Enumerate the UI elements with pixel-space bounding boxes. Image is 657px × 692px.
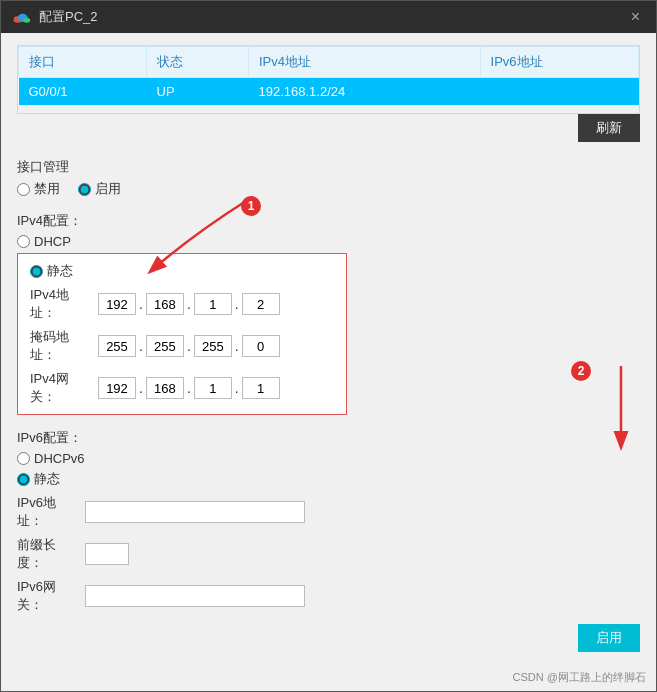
ipv4-octet-1[interactable] <box>98 293 136 315</box>
gw-octet-2[interactable] <box>146 377 184 399</box>
mask-row: 掩码地址： . . . <box>30 328 334 364</box>
dot9: . <box>234 380 240 396</box>
ipv4-octet-2[interactable] <box>146 293 184 315</box>
ipv6-static-radio[interactable] <box>17 473 30 486</box>
dot6: . <box>234 338 240 354</box>
cell-ipv4-addr: 192.168.1.2/24 <box>249 78 481 106</box>
ipv4-type-group: DHCP <box>17 234 640 249</box>
col-status: 状态 <box>147 47 249 78</box>
static-box: 静态 IPv4地址： . . . 掩码地址： <box>17 253 347 415</box>
interface-table-wrapper: 接口 状态 IPv4地址 IPv6地址 G0/0/1 UP 192.168.1.… <box>17 45 640 114</box>
ipv6-gateway-input[interactable] <box>85 585 305 607</box>
ipv6-address-input[interactable] <box>85 501 305 523</box>
ipv4-address-label: IPv4地址： <box>30 286 92 322</box>
watermark: CSDN @网工路上的绊脚石 <box>513 670 646 685</box>
interface-management-label: 接口管理 <box>17 158 640 176</box>
dhcpv6-label: DHCPv6 <box>34 451 85 466</box>
col-interface: 接口 <box>19 47 147 78</box>
dhcpv6-radio-label[interactable]: DHCPv6 <box>17 451 85 466</box>
static-radio-label[interactable]: 静态 <box>30 262 73 280</box>
svg-point-2 <box>24 18 31 23</box>
enable-label: 启用 <box>95 180 121 198</box>
table-row[interactable]: G0/0/1 UP 192.168.1.2/24 <box>19 78 639 106</box>
dot7: . <box>138 380 144 396</box>
window-title: 配置PC_2 <box>39 8 98 26</box>
mask-input-group: . . . <box>98 335 280 357</box>
cell-ipv6-addr <box>480 78 638 106</box>
main-content: 接口 状态 IPv4地址 IPv6地址 G0/0/1 UP 192.168.1.… <box>1 33 656 691</box>
mask-octet-4[interactable] <box>242 335 280 357</box>
gateway-label: IPv4网关： <box>30 370 92 406</box>
cloud-icon <box>11 7 31 27</box>
gw-octet-4[interactable] <box>242 377 280 399</box>
enable-radio[interactable] <box>78 183 91 196</box>
refresh-row: 刷新 <box>17 114 640 142</box>
table-header-row: 接口 状态 IPv4地址 IPv6地址 <box>19 47 639 78</box>
dot5: . <box>186 338 192 354</box>
col-ipv4: IPv4地址 <box>249 47 481 78</box>
ipv6-type-group: DHCPv6 <box>17 451 640 466</box>
prefix-input[interactable] <box>85 543 129 565</box>
dhcp-radio-label[interactable]: DHCP <box>17 234 71 249</box>
mask-octet-3[interactable] <box>194 335 232 357</box>
dhcp-label: DHCP <box>34 234 71 249</box>
apply-button[interactable]: 启用 <box>578 624 640 652</box>
ipv6-gateway-label: IPv6网关： <box>17 578 79 614</box>
prefix-row: 前缀长度： <box>17 536 640 572</box>
dot4: . <box>138 338 144 354</box>
ipv4-address-row: IPv4地址： . . . <box>30 286 334 322</box>
ipv6-address-label: IPv6地址： <box>17 494 79 530</box>
dhcpv6-radio[interactable] <box>17 452 30 465</box>
gw-octet-3[interactable] <box>194 377 232 399</box>
refresh-button[interactable]: 刷新 <box>578 114 640 142</box>
ipv6-address-row: IPv6地址： <box>17 494 640 530</box>
ipv4-octet-3[interactable] <box>194 293 232 315</box>
mask-octet-1[interactable] <box>98 335 136 357</box>
ipv6-static-label: 静态 <box>34 470 60 488</box>
ipv6-static-group: 静态 <box>17 470 640 488</box>
ipv6-gateway-row: IPv6网关： <box>17 578 640 614</box>
close-button[interactable]: × <box>625 7 646 27</box>
config-window: 配置PC_2 × 接口 状态 IPv4地址 IPv6地址 G0/0/1 <box>0 0 657 692</box>
dot3: . <box>234 296 240 312</box>
interface-management-group: 禁用 启用 <box>17 180 640 198</box>
ipv4-input-group: . . . <box>98 293 280 315</box>
ipv4-config-label: IPv4配置： <box>17 212 640 230</box>
apply-row: 启用 <box>17 624 640 652</box>
dot8: . <box>186 380 192 396</box>
cell-status: UP <box>147 78 249 106</box>
dot2: . <box>186 296 192 312</box>
prefix-label: 前缀长度： <box>17 536 79 572</box>
static-radio[interactable] <box>30 265 43 278</box>
title-bar-left: 配置PC_2 <box>11 7 98 27</box>
mask-label: 掩码地址： <box>30 328 92 364</box>
dot1: . <box>138 296 144 312</box>
ipv6-config-label: IPv6配置： <box>17 429 640 447</box>
dhcp-radio[interactable] <box>17 235 30 248</box>
mask-octet-2[interactable] <box>146 335 184 357</box>
static-label: 静态 <box>47 262 73 280</box>
ipv6-static-radio-label[interactable]: 静态 <box>17 470 60 488</box>
gw-octet-1[interactable] <box>98 377 136 399</box>
title-bar: 配置PC_2 × <box>1 1 656 33</box>
interface-table: 接口 状态 IPv4地址 IPv6地址 G0/0/1 UP 192.168.1.… <box>18 46 639 105</box>
ipv4-octet-4[interactable] <box>242 293 280 315</box>
cell-interface: G0/0/1 <box>19 78 147 106</box>
gateway-row: IPv4网关： . . . <box>30 370 334 406</box>
gateway-input-group: . . . <box>98 377 280 399</box>
static-radio-group: 静态 <box>30 262 334 280</box>
disable-radio-label[interactable]: 禁用 <box>17 180 60 198</box>
disable-label: 禁用 <box>34 180 60 198</box>
enable-radio-label[interactable]: 启用 <box>78 180 121 198</box>
col-ipv6: IPv6地址 <box>480 47 638 78</box>
disable-radio[interactable] <box>17 183 30 196</box>
